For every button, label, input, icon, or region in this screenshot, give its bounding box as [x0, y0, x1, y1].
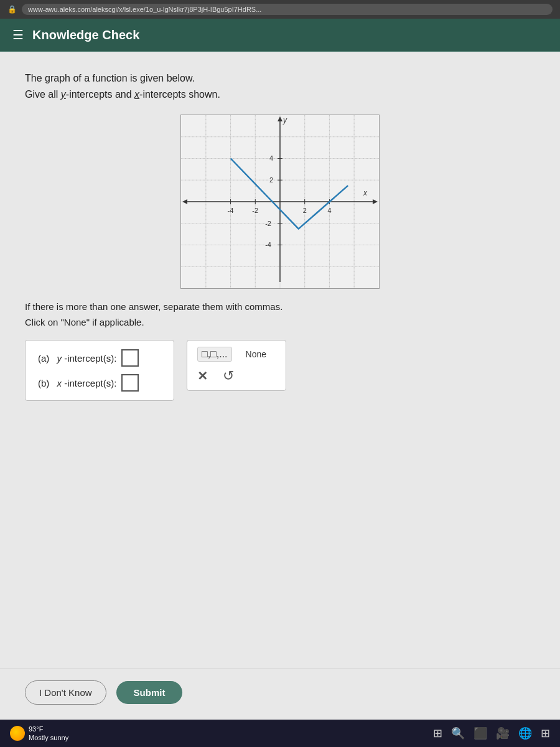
svg-text:y: y [282, 116, 287, 125]
instruction-2: Click on "None" if applicable. [25, 317, 535, 327]
lock-icon: 🔒 [7, 5, 17, 14]
page-title: Knowledge Check [32, 28, 139, 42]
x-intercept-input[interactable] [121, 374, 139, 392]
y-intercept-label-a: (a) [38, 353, 49, 364]
svg-text:-2: -2 [265, 220, 271, 227]
keyboard-actions: ✕ ↺ [197, 368, 276, 384]
instruction-1: If there is more than one answer, separa… [25, 301, 535, 312]
submit-button[interactable]: Submit [116, 681, 183, 704]
multitask-icon[interactable]: ⬛ [474, 726, 487, 740]
windows-icon[interactable]: ⊞ [433, 726, 442, 740]
x-intercept-label: x -intercept(s): [54, 378, 116, 388]
keyboard-symbol-text: □,□,... [202, 349, 228, 360]
bottom-bar: I Don't Know Submit [0, 669, 560, 720]
intercept-input-box: (a) y -intercept(s): (b) x -intercept(s)… [25, 340, 174, 401]
temperature: 93°F [29, 725, 68, 733]
y-intercept-row: (a) y -intercept(s): [38, 349, 161, 367]
svg-text:4: 4 [269, 155, 273, 162]
y-intercept-input[interactable] [121, 349, 139, 367]
taskbar-right: ⊞ 🔍 ⬛ 🎥 🌐 ⊞ [433, 726, 550, 740]
browser-bar: 🔒 www-awu.aleks.com/alekscgi/x/lsl.exe/1… [0, 0, 560, 19]
search-taskbar-icon[interactable]: 🔍 [451, 726, 465, 740]
url-bar[interactable]: www-awu.aleks.com/alekscgi/x/lsl.exe/1o_… [22, 4, 553, 15]
question-text: The graph of a function is given below. … [25, 70, 535, 102]
apps-icon[interactable]: ⊞ [541, 726, 550, 740]
main-content: The graph of a function is given below. … [0, 52, 560, 669]
weather-icon [10, 726, 25, 741]
svg-text:-4: -4 [265, 242, 271, 249]
svg-text:-4: -4 [228, 207, 234, 214]
none-button[interactable]: None [241, 348, 271, 360]
menu-icon[interactable]: ☰ [12, 27, 24, 42]
camera-icon[interactable]: 🎥 [496, 726, 510, 740]
svg-text:-2: -2 [252, 207, 258, 214]
keyboard-top: □,□,... None [197, 347, 276, 362]
answer-section: (a) y -intercept(s): (b) x -intercept(s)… [25, 340, 535, 401]
svg-text:2: 2 [303, 207, 307, 214]
taskbar: 93°F Mostly sunny ⊞ 🔍 ⬛ 🎥 🌐 ⊞ [0, 720, 560, 747]
x-intercept-label-b: (b) [38, 378, 49, 388]
edge-icon[interactable]: 🌐 [518, 726, 532, 740]
question-line1: The graph of a function is given below. [25, 70, 535, 87]
graph-container: x y -4 -2 2 4 4 2 -2 -4 [180, 115, 380, 289]
dont-know-button[interactable]: I Don't Know [25, 680, 106, 705]
question-line2: Give all y-intercepts and x-intercepts s… [25, 87, 535, 103]
keyboard-box: □,□,... None ✕ ↺ [187, 340, 286, 391]
weather-widget: 93°F Mostly sunny [10, 725, 68, 743]
function-graph: x y -4 -2 2 4 4 2 -2 -4 [181, 115, 379, 288]
svg-text:4: 4 [327, 207, 331, 214]
weather-condition: Mostly sunny [29, 733, 68, 742]
svg-text:2: 2 [269, 176, 273, 184]
undo-button[interactable]: ↺ [223, 368, 234, 384]
svg-text:x: x [363, 189, 368, 197]
keyboard-symbol[interactable]: □,□,... [197, 347, 232, 362]
app-header: ☰ Knowledge Check [0, 19, 560, 52]
y-intercept-label: y -intercept(s): [54, 353, 116, 364]
clear-button[interactable]: ✕ [197, 369, 208, 383]
x-intercept-row: (b) x -intercept(s): [38, 374, 161, 392]
weather-text: 93°F Mostly sunny [29, 725, 68, 743]
